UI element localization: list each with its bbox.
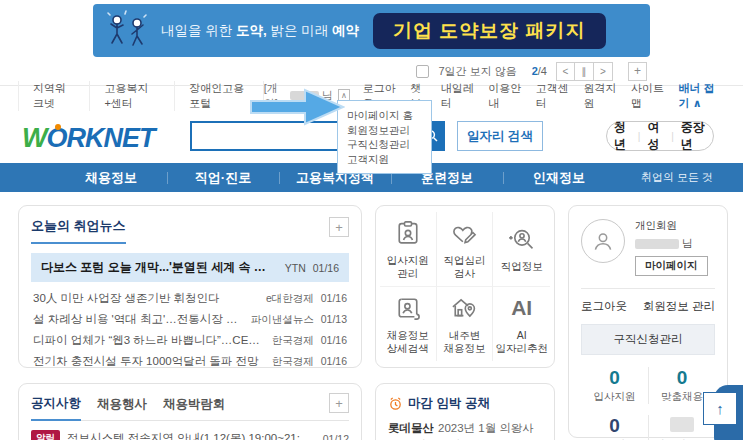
- logo-orange-dot: [55, 124, 61, 130]
- banner-next-button[interactable]: >: [594, 62, 613, 81]
- audience-link-youth[interactable]: 청년: [607, 119, 638, 153]
- news-row[interactable]: 디파이 업체가 “웹3 하느라 바쁩니다”…CES서 밀려난 암호… 한국경제0…: [31, 330, 349, 351]
- banner-badge[interactable]: 기업 도약보장 패키지: [373, 13, 606, 49]
- quicklink-ai-job-recommendation[interactable]: AI AI 일자리추천: [493, 287, 550, 362]
- headline-date: 01/16: [313, 262, 339, 274]
- quicklink-nearby-jobs[interactable]: 내주변 채용정보: [437, 287, 494, 362]
- quick-links-panel: 입사지원 관리 직업심리 검사 직업정보 채용정보 상세검색 내주변 채용정보 …: [375, 205, 555, 368]
- quicklink-job-application-mgmt[interactable]: 입사지원 관리: [380, 212, 437, 287]
- nav-link-all-employment[interactable]: 취업의 모든 것: [641, 170, 713, 185]
- news-row[interactable]: 전기차 충전시설 투자 1000억달러 돌파 전망 한국경제01/16: [31, 351, 349, 372]
- news-row[interactable]: 30人 미만 사업장 생존기반 휘청인다 e대한경제01/16: [31, 288, 349, 309]
- nav-item-talent[interactable]: 인재정보: [503, 169, 615, 187]
- closing-soon-title: 마감 임박 공채: [408, 395, 490, 412]
- news-row[interactable]: 설 차례상 비용 '역대 최고'…전통시장 25만원·마트 36만원 파이낸셜뉴…: [31, 309, 349, 330]
- util-link-customer-center[interactable]: 고객센터: [536, 81, 571, 111]
- dismiss-label: 7일간 보지 않음: [438, 64, 516, 79]
- person-icon: [590, 228, 616, 254]
- person-magnifier-icon: [508, 225, 536, 253]
- menu-item-customer-support[interactable]: 고객지원: [347, 152, 422, 167]
- nav-item-career[interactable]: 직업·진로: [167, 169, 279, 187]
- dismiss-checkbox[interactable]: [416, 65, 429, 78]
- blurred-stat-value: [670, 417, 694, 432]
- menu-item-account-info[interactable]: 회원정보관리: [347, 123, 422, 138]
- heart-pencil-icon: [450, 219, 478, 247]
- banner-expand-button[interactable]: +: [628, 62, 647, 81]
- scroll-to-top-button[interactable]: ↑: [703, 392, 737, 425]
- notice-more-button[interactable]: +: [329, 393, 349, 413]
- menu-item-job-apply-mgmt[interactable]: 구직신청관리: [347, 137, 422, 152]
- menu-item-mypage-home[interactable]: 마이페이지 홈: [347, 108, 422, 123]
- util-link-employment-welfare-center[interactable]: 고용복지+센터: [90, 81, 175, 111]
- util-link-remote-support[interactable]: 원격지원: [583, 81, 618, 111]
- job-search-button[interactable]: 일자리 검색: [457, 121, 543, 151]
- logo-w-letter: W: [22, 123, 46, 153]
- news-panel-title: 오늘의 취업뉴스: [31, 217, 126, 244]
- stat-applications[interactable]: 0 입사지원: [581, 367, 648, 404]
- banner-pagination: 2/4: [532, 65, 547, 77]
- quicklink-psych-test[interactable]: 직업심리 검사: [437, 212, 494, 287]
- audience-link-women[interactable]: 여성: [640, 119, 671, 153]
- logo-rest-letters: ORKNET: [46, 123, 154, 153]
- worknet-logo[interactable]: WORKNET: [22, 123, 154, 154]
- member-type-label: 개인회원: [635, 219, 708, 233]
- banner-prev-button[interactable]: <: [556, 62, 575, 81]
- banner-pause-button[interactable]: ∥: [575, 62, 594, 81]
- house-pin-icon: [450, 294, 478, 322]
- util-link-guide[interactable]: 이용안내: [488, 81, 523, 111]
- util-link-newsletter[interactable]: 내일레터: [441, 81, 476, 111]
- company-name: 롯데물산: [388, 422, 434, 434]
- headline-source: YTN: [285, 262, 306, 274]
- util-link-regional-worknet[interactable]: 지역워크넷: [18, 81, 90, 111]
- mypage-button[interactable]: 마이페이지: [635, 256, 708, 276]
- nav-item-jobs[interactable]: 채용정보: [55, 169, 167, 187]
- stat-job-offers[interactable]: 0 입사제안: [581, 415, 648, 440]
- closing-soon-panel: 마감 임박 공채 롯데물산2023년 1월 의왕사업장 시설관리(건축) 경 .…: [375, 383, 555, 440]
- ai-icon: AI: [511, 296, 532, 320]
- promo-banner[interactable]: 내일을 위한 도약, 밝은 미래 예약 기업 도약보장 패키지: [93, 4, 650, 57]
- scroll-person-icon: [394, 294, 422, 322]
- banner-controls: 7일간 보지 않음 2/4 < ∥ > +: [416, 61, 647, 81]
- arrow-up-icon: ↑: [716, 400, 724, 417]
- alert-badge: 알림: [31, 430, 60, 440]
- banner-collapse-link[interactable]: 배너 접기 ∧: [679, 81, 725, 111]
- alarm-clock-icon: [388, 396, 403, 411]
- job-news-panel: 오늘의 취업뉴스 + 다보스 포럼 오늘 개막...'분열된 세계 속 협력' …: [18, 205, 362, 368]
- tab-recruit-events[interactable]: 채용행사: [97, 396, 147, 420]
- audience-link-middle-aged[interactable]: 중장년: [674, 119, 713, 153]
- jumping-people-illustration: [101, 8, 153, 54]
- tab-job-fairs[interactable]: 채용박람회: [163, 396, 226, 420]
- notice-row[interactable]: 알림 정보시스템 접속지연 안내(1.12(목) 19:00~21:40) 01…: [31, 430, 349, 440]
- member-logout-link[interactable]: 로그아웃: [581, 299, 627, 314]
- member-account-link[interactable]: 회원정보 관리: [643, 299, 715, 314]
- user-dropdown-menu: 마이페이지 홈 회원정보관리 구직신청관리 고객지원: [337, 100, 432, 174]
- notice-panel: 공지사항 채용행사 채용박람회 + 알림 정보시스템 접속지연 안내(1.12(…: [18, 383, 362, 440]
- closing-soon-item[interactable]: 롯데물산2023년 1월 의왕사업장 시설관리(건축) 경 ...: [388, 420, 542, 440]
- annotation-arrow-icon: [249, 86, 345, 128]
- banner-slogan: 내일을 위한 도약, 밝은 미래 예약: [161, 22, 359, 40]
- news-more-button[interactable]: +: [329, 217, 349, 237]
- avatar: [581, 219, 625, 263]
- worknet-homepage: 내일을 위한 도약, 밝은 미래 예약 기업 도약보장 패키지 7일간 보지 않…: [0, 0, 743, 440]
- news-headline[interactable]: 다보스 포럼 오늘 개막...'분열된 세계 속 협력' 논의 YTN01/16: [31, 253, 349, 282]
- audience-quick-links: 청년|여성|중장년: [606, 121, 714, 151]
- quicklink-job-info[interactable]: 직업정보: [493, 212, 550, 287]
- blurred-member-name: [635, 239, 679, 249]
- job-apply-mgmt-button[interactable]: 구직신청관리: [581, 324, 715, 355]
- tab-notices[interactable]: 공지사항: [31, 395, 81, 421]
- util-link-sitemap[interactable]: 사이트맵: [631, 81, 666, 111]
- quicklink-job-detail-search[interactable]: 채용정보 상세검색: [380, 287, 437, 362]
- clipboard-person-icon: [394, 219, 422, 247]
